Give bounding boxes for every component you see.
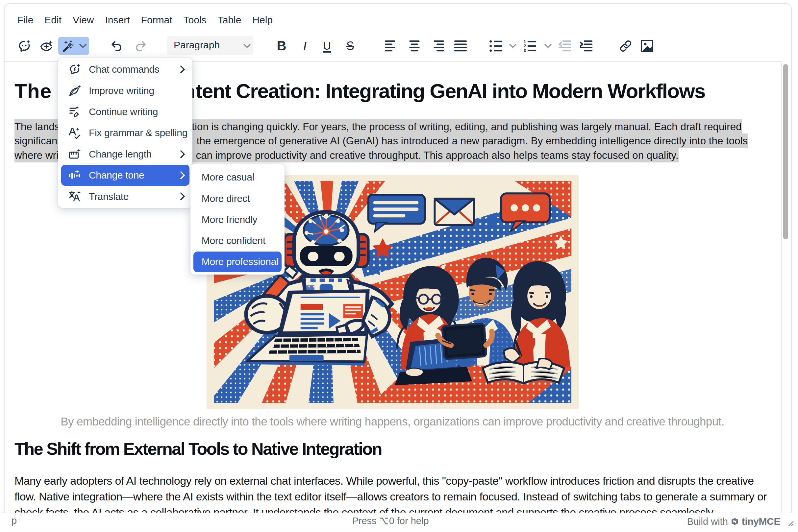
svg-text:3: 3	[523, 48, 526, 52]
svg-text:2: 2	[523, 43, 526, 48]
